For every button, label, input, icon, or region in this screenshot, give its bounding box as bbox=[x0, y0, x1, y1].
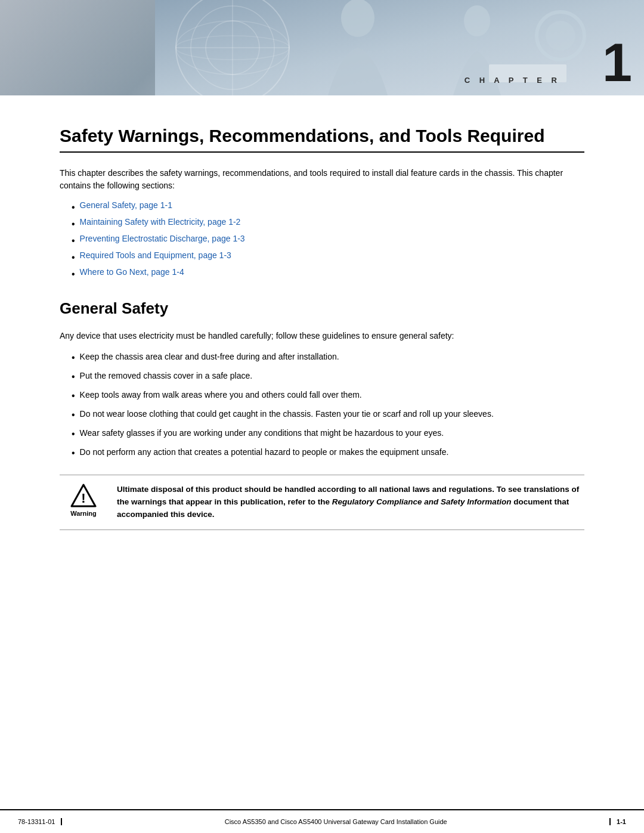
toc-link-4[interactable]: Required Tools and Equipment, page 1-3 bbox=[80, 250, 231, 260]
svg-point-11 bbox=[546, 21, 575, 51]
toc-link-2[interactable]: Maintaining Safety with Electricity, pag… bbox=[80, 217, 241, 227]
general-safety-heading: General Safety bbox=[60, 299, 584, 318]
warning-text: Ultimate disposal of this product should… bbox=[117, 484, 584, 521]
footer-page-number: 1-1 bbox=[609, 818, 626, 825]
page-title: Safety Warnings, Recommendations, and To… bbox=[60, 125, 584, 147]
svg-point-9 bbox=[464, 5, 490, 36]
chapter-label: C H A P T E R bbox=[465, 76, 561, 85]
chapter-number: 1 bbox=[602, 36, 632, 89]
safety-bullet-text-5: Wear safety glasses if you are working u… bbox=[80, 427, 444, 439]
bullet-3: • bbox=[72, 234, 75, 248]
toc-item-4: • Required Tools and Equipment, page 1-3 bbox=[72, 250, 584, 265]
banner-image: C H A P T E R 1 bbox=[155, 0, 644, 95]
toc-link-3[interactable]: Preventing Electrostatic Discharge, page… bbox=[80, 234, 245, 243]
toc-link-1[interactable]: General Safety, page 1-1 bbox=[80, 200, 172, 210]
banner-decoration bbox=[155, 0, 644, 95]
toc-item-5: • Where to Go Next, page 1-4 bbox=[72, 267, 584, 281]
toc-link-5[interactable]: Where to Go Next, page 1-4 bbox=[80, 267, 184, 277]
header-banner: C H A P T E R 1 bbox=[0, 0, 644, 95]
safety-bullet-icon-3: • bbox=[72, 389, 75, 403]
safety-bullet-icon-4: • bbox=[72, 408, 75, 422]
safety-bullet-2: • Put the removed chassis cover in a saf… bbox=[72, 370, 584, 384]
svg-point-8 bbox=[341, 0, 374, 37]
footer-doc-number: 78-13311-01 bbox=[18, 818, 62, 825]
bullet-1: • bbox=[72, 200, 75, 215]
safety-bullet-icon-1: • bbox=[72, 351, 75, 365]
main-content: Safety Warnings, Recommendations, and To… bbox=[0, 95, 644, 566]
bullet-2: • bbox=[72, 217, 75, 231]
footer-title: Cisco AS5350 and Cisco AS5400 Universal … bbox=[62, 818, 609, 825]
warning-box: ! Warning Ultimate disposal of this prod… bbox=[60, 475, 584, 530]
title-rule bbox=[60, 151, 584, 153]
bullet-5: • bbox=[72, 267, 75, 281]
safety-bullet-6: • Do not perform any action that creates… bbox=[72, 446, 584, 460]
page-footer: 78-13311-01 Cisco AS5350 and Cisco AS540… bbox=[0, 809, 644, 833]
safety-bullet-text-4: Do not wear loose clothing that could ge… bbox=[80, 408, 494, 420]
safety-bullet-4: • Do not wear loose clothing that could … bbox=[72, 408, 584, 422]
safety-bullet-3: • Keep tools away from walk areas where … bbox=[72, 389, 584, 403]
warning-text-bold: Ultimate disposal of this product should… bbox=[117, 485, 579, 519]
toc-item-3: • Preventing Electrostatic Discharge, pa… bbox=[72, 234, 584, 248]
safety-bullet-text-3: Keep tools away from walk areas where yo… bbox=[80, 389, 362, 401]
safety-bullet-text-2: Put the removed chassis cover in a safe … bbox=[80, 370, 252, 382]
safety-bullet-text-6: Do not perform any action that creates a… bbox=[80, 446, 449, 459]
toc-list: • General Safety, page 1-1 • Maintaining… bbox=[72, 200, 584, 281]
safety-bullet-icon-6: • bbox=[72, 446, 75, 460]
chapter-label-area: C H A P T E R bbox=[465, 76, 561, 85]
svg-text:!: ! bbox=[81, 491, 85, 506]
general-safety-intro: Any device that uses electricity must be… bbox=[60, 330, 584, 342]
safety-bullet-text-1: Keep the chassis area clear and dust-fre… bbox=[80, 351, 339, 363]
safety-bullet-1: • Keep the chassis area clear and dust-f… bbox=[72, 351, 584, 365]
safety-bullet-icon-5: • bbox=[72, 427, 75, 441]
warning-triangle-icon: ! bbox=[70, 484, 97, 507]
intro-paragraph: This chapter describes the safety warnin… bbox=[60, 167, 584, 192]
safety-bullet-5: • Wear safety glasses if you are working… bbox=[72, 427, 584, 441]
toc-item-2: • Maintaining Safety with Electricity, p… bbox=[72, 217, 584, 231]
warning-icon-area: ! Warning bbox=[60, 484, 107, 517]
warning-text-italic: Regulatory Compliance and Safety Informa… bbox=[332, 497, 512, 506]
safety-bullets: • Keep the chassis area clear and dust-f… bbox=[72, 351, 584, 460]
safety-bullet-icon-2: • bbox=[72, 370, 75, 384]
bullet-4: • bbox=[72, 250, 75, 265]
warning-label: Warning bbox=[70, 510, 97, 517]
toc-item-1: • General Safety, page 1-1 bbox=[72, 200, 584, 215]
